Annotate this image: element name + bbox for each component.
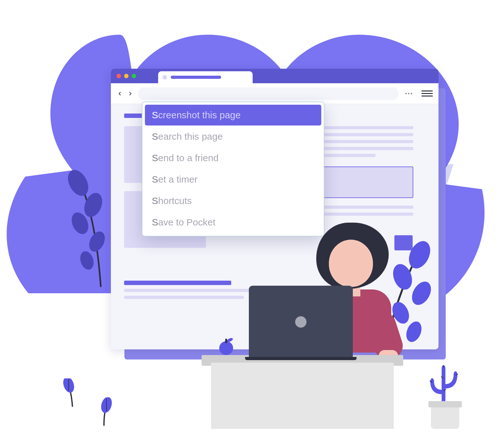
palette-item-matched-text: S bbox=[152, 217, 158, 227]
laptop-icon bbox=[249, 286, 353, 358]
forward-button[interactable] bbox=[127, 90, 134, 97]
leaf-icon bbox=[94, 397, 113, 426]
app-menu-button[interactable] bbox=[421, 88, 433, 99]
palette-item-matched-text: S bbox=[152, 110, 158, 120]
browser-tab[interactable] bbox=[158, 71, 253, 83]
palette-item[interactable]: Shortcuts bbox=[145, 190, 321, 211]
cactus-icon bbox=[419, 359, 469, 429]
palette-item[interactable]: Screenshot this page bbox=[145, 105, 321, 126]
palette-item-matched-text: S bbox=[152, 174, 158, 184]
command-palette[interactable]: Screenshot this pageSearch this pageSend… bbox=[142, 102, 324, 236]
tab-title-placeholder bbox=[171, 76, 221, 79]
svg-point-4 bbox=[78, 249, 96, 271]
arrow-right-icon bbox=[128, 91, 133, 96]
toolbar: ••• bbox=[111, 83, 438, 104]
desk bbox=[211, 363, 394, 429]
svg-point-11 bbox=[219, 341, 233, 355]
ellipsis-icon: ••• bbox=[405, 91, 413, 96]
palette-item-text: hortcuts bbox=[158, 196, 192, 206]
palette-item-text: ave to Pocket bbox=[158, 217, 215, 227]
window-minimize-button[interactable] bbox=[124, 74, 129, 78]
svg-rect-12 bbox=[225, 339, 227, 343]
illustration-person-at-desk bbox=[192, 252, 419, 429]
apple-icon bbox=[217, 337, 236, 356]
svg-point-0 bbox=[64, 166, 93, 199]
palette-item-matched-text: S bbox=[152, 153, 158, 163]
palette-item[interactable]: Save to Pocket bbox=[145, 212, 321, 233]
palette-item-text: creenshot this page bbox=[158, 110, 241, 120]
tab-favicon-icon bbox=[163, 75, 167, 79]
palette-item-matched-text: S bbox=[152, 131, 158, 142]
titlebar bbox=[111, 69, 438, 83]
window-maximize-button[interactable] bbox=[132, 74, 136, 78]
address-bar[interactable] bbox=[138, 87, 399, 100]
palette-item-text: et a timer bbox=[158, 174, 198, 184]
palette-item[interactable]: Set a timer bbox=[145, 169, 321, 190]
svg-point-19 bbox=[63, 378, 76, 394]
svg-point-3 bbox=[86, 229, 108, 254]
laptop-base bbox=[245, 357, 357, 360]
palette-item-text: end to a friend bbox=[158, 153, 219, 163]
overflow-menu-button[interactable]: ••• bbox=[403, 88, 415, 100]
back-button[interactable] bbox=[117, 90, 123, 97]
hamburger-icon bbox=[421, 90, 433, 91]
laptop-logo-icon bbox=[295, 316, 306, 328]
window-close-button[interactable] bbox=[117, 74, 121, 78]
arrow-left-icon bbox=[117, 91, 123, 96]
palette-item-text: earch this page bbox=[158, 131, 223, 142]
palette-item[interactable]: Search this page bbox=[145, 126, 321, 147]
palette-item-matched-text: S bbox=[152, 196, 158, 206]
palette-item[interactable]: Send to a friend bbox=[145, 148, 321, 168]
plant-pot bbox=[431, 406, 459, 429]
leaf-icon bbox=[63, 378, 82, 407]
